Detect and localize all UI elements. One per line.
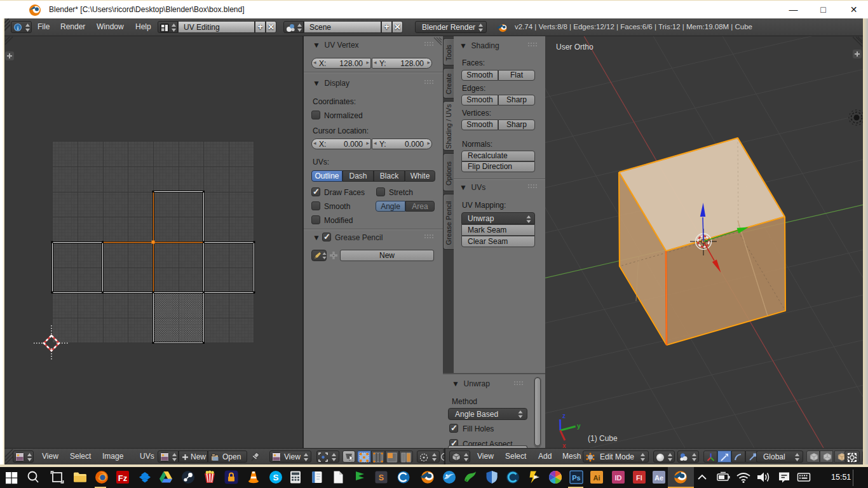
svg-text:Fl: Fl <box>636 474 642 482</box>
svg-text:ID: ID <box>615 474 622 482</box>
svg-text:User Ortho: User Ortho <box>556 43 593 51</box>
svg-text:z: z <box>562 412 566 419</box>
svg-text:(1) Cube: (1) Cube <box>588 434 618 443</box>
svg-text:Ai: Ai <box>593 474 600 482</box>
svg-text:Fz: Fz <box>118 473 128 483</box>
svg-text:y: y <box>577 423 581 430</box>
svg-text:Ae: Ae <box>654 474 663 482</box>
svg-text:x: x <box>562 442 566 448</box>
svg-text:S: S <box>379 473 384 482</box>
svg-text:Ps: Ps <box>572 474 580 482</box>
svg-text:S: S <box>273 473 278 482</box>
